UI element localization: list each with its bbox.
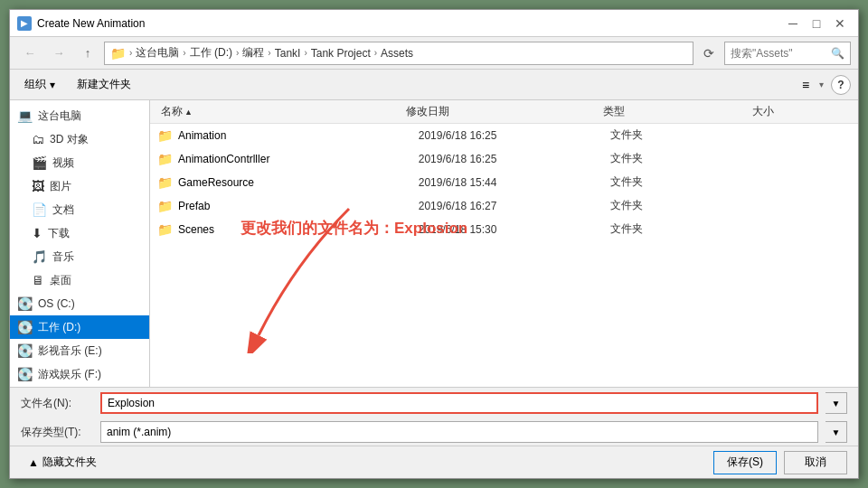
refresh-button[interactable]: ⟳ bbox=[697, 42, 721, 65]
sidebar-item-label: OS (C:) bbox=[38, 297, 75, 310]
file-type: 文件夹 bbox=[610, 151, 754, 166]
folder-icon: 📁 bbox=[157, 152, 173, 166]
sidebar-item-desktop[interactable]: 🖥 桌面 bbox=[10, 268, 149, 292]
minimize-button[interactable]: ─ bbox=[782, 14, 804, 33]
new-folder-button[interactable]: 新建文件夹 bbox=[70, 73, 138, 97]
filetype-label: 保存类型(T): bbox=[21, 425, 93, 440]
breadcrumb-part-2[interactable]: 编程 bbox=[242, 45, 264, 61]
forward-button[interactable]: → bbox=[46, 42, 71, 65]
title-bar: ▶ Create New Animation ─ □ ✕ bbox=[10, 10, 858, 37]
filename-input[interactable] bbox=[100, 392, 818, 414]
app-icon: ▶ bbox=[17, 16, 32, 31]
folder-icon: 📁 bbox=[157, 128, 173, 143]
sidebar-item-picture[interactable]: 🖼 图片 bbox=[10, 174, 149, 198]
filetype-dropdown-button[interactable]: ▼ bbox=[826, 421, 847, 443]
desktop-icon: 🖥 bbox=[32, 273, 44, 287]
file-date: 2019/6/18 15:30 bbox=[419, 223, 611, 236]
footer-actions: 保存(S) 取消 bbox=[713, 451, 847, 474]
music-icon: 🎵 bbox=[32, 249, 47, 264]
table-row[interactable]: 📁 AnimationContrlller 2019/6/18 16:25 文件… bbox=[150, 147, 858, 171]
back-button[interactable]: ← bbox=[17, 42, 42, 65]
help-button[interactable]: ? bbox=[831, 75, 851, 95]
file-list-header: 名称 ▲ 修改日期 类型 大小 bbox=[150, 100, 858, 124]
filetype-select[interactable]: anim (*.anim) bbox=[100, 421, 818, 443]
view-chevron-icon: ▾ bbox=[819, 80, 824, 89]
sidebar-item-games[interactable]: 💽 游戏娱乐 (F:) bbox=[10, 362, 149, 386]
folder-icon: 📁 bbox=[157, 175, 173, 190]
picture-icon: 🖼 bbox=[32, 179, 44, 193]
sidebar-item-download[interactable]: ⬇ 下载 bbox=[10, 221, 149, 245]
sidebar-item-label: 这台电脑 bbox=[38, 108, 81, 124]
content-area: 名称 ▲ 修改日期 类型 大小 📁 Animation 2019/6/18 16… bbox=[150, 100, 858, 387]
breadcrumb-sep-5: › bbox=[304, 48, 307, 58]
hide-folder-button[interactable]: ▲ 隐藏文件夹 bbox=[21, 451, 104, 474]
file-type: 文件夹 bbox=[610, 127, 754, 143]
search-input[interactable] bbox=[731, 47, 829, 60]
sidebar-item-label: 图片 bbox=[50, 179, 71, 194]
breadcrumb-bar[interactable]: 📁 › 这台电脑 › 工作 (D:) › 编程 › TankI › Tank P… bbox=[104, 42, 693, 65]
docs-icon: 📄 bbox=[32, 202, 47, 217]
breadcrumb-folder-icon: 📁 bbox=[110, 46, 126, 61]
folder-icon: 📁 bbox=[157, 199, 173, 213]
action-bar: 组织 ▾ 新建文件夹 ≡ ▾ ? bbox=[10, 70, 858, 100]
col-header-name[interactable]: 名称 ▲ bbox=[157, 104, 402, 119]
table-row[interactable]: 📁 Scenes 2019/6/18 15:30 文件夹 bbox=[150, 218, 858, 241]
breadcrumb-part-1[interactable]: 工作 (D:) bbox=[190, 45, 232, 61]
file-name: GameResource bbox=[178, 176, 419, 189]
sidebar-item-os[interactable]: 💽 OS (C:) bbox=[10, 292, 149, 315]
breadcrumb-part-0[interactable]: 这台电脑 bbox=[136, 45, 179, 61]
drive-f-icon: 💽 bbox=[17, 367, 33, 381]
sidebar-item-label: 音乐 bbox=[52, 249, 74, 265]
dialog-window: ▶ Create New Animation ─ □ ✕ ← → ↑ 📁 › 这… bbox=[9, 9, 859, 479]
sidebar-item-3d[interactable]: 🗂 3D 对象 bbox=[10, 127, 149, 151]
view-options: ≡ ▾ bbox=[794, 73, 824, 97]
sidebar-item-label: 文档 bbox=[52, 202, 74, 218]
view-icon-button[interactable]: ≡ bbox=[794, 73, 817, 97]
close-button[interactable]: ✕ bbox=[829, 14, 851, 33]
file-name: AnimationContrlller bbox=[178, 153, 419, 165]
organize-label: 组织 bbox=[24, 77, 46, 92]
organize-chevron-icon: ▾ bbox=[50, 79, 55, 91]
breadcrumb-part-4[interactable]: Tank Project bbox=[311, 47, 371, 60]
breadcrumb-sep-1: › bbox=[129, 48, 132, 58]
drive-c-icon: 💽 bbox=[17, 296, 33, 311]
sort-asc-icon: ▲ bbox=[184, 108, 193, 117]
breadcrumb-part-5[interactable]: Assets bbox=[381, 47, 413, 60]
table-row[interactable]: 📁 Animation 2019/6/18 16:25 文件夹 bbox=[150, 124, 858, 147]
breadcrumb-sep-4: › bbox=[268, 48, 270, 58]
sidebar-item-video[interactable]: 🎬 视频 bbox=[10, 151, 149, 174]
filetype-row: 保存类型(T): anim (*.anim) ▼ bbox=[10, 418, 858, 446]
sidebar-item-label: 影视音乐 (E:) bbox=[38, 343, 102, 359]
sidebar-item-label: 下载 bbox=[48, 226, 70, 241]
maximize-button[interactable]: □ bbox=[806, 14, 827, 33]
sidebar-item-music[interactable]: 🎵 音乐 bbox=[10, 245, 149, 268]
file-date: 2019/6/18 15:44 bbox=[419, 176, 611, 189]
sidebar-item-media[interactable]: 💽 影视音乐 (E:) bbox=[10, 339, 149, 362]
sidebar-item-docs[interactable]: 📄 文档 bbox=[10, 198, 149, 221]
cancel-button[interactable]: 取消 bbox=[784, 451, 847, 474]
file-type: 文件夹 bbox=[610, 198, 754, 213]
filename-row: 文件名(N): ▼ bbox=[10, 388, 858, 418]
file-name: Prefab bbox=[178, 200, 419, 212]
up-button[interactable]: ↑ bbox=[75, 42, 100, 65]
sidebar-item-work[interactable]: 💽 工作 (D:) bbox=[10, 315, 149, 339]
table-row[interactable]: 📁 Prefab 2019/6/18 16:27 文件夹 bbox=[150, 194, 858, 218]
search-icon: 🔍 bbox=[831, 47, 844, 60]
breadcrumb-part-3[interactable]: TankI bbox=[275, 47, 301, 60]
table-row[interactable]: 📁 GameResource 2019/6/18 15:44 文件夹 bbox=[150, 171, 858, 194]
search-bar: 🔍 bbox=[724, 42, 851, 65]
footer-row: ▲ 隐藏文件夹 保存(S) 取消 bbox=[10, 446, 858, 478]
video-icon: 🎬 bbox=[32, 155, 47, 170]
drive-d-icon: 💽 bbox=[17, 320, 33, 334]
navigation-toolbar: ← → ↑ 📁 › 这台电脑 › 工作 (D:) › 编程 › TankI › … bbox=[10, 37, 858, 70]
col-header-type[interactable]: 类型 bbox=[599, 104, 750, 119]
col-header-size[interactable]: 大小 bbox=[749, 104, 851, 119]
col-header-date[interactable]: 修改日期 bbox=[402, 104, 599, 119]
save-button[interactable]: 保存(S) bbox=[713, 451, 777, 474]
filename-dropdown-button[interactable]: ▼ bbox=[826, 392, 847, 414]
hide-folder-label: 隐藏文件夹 bbox=[42, 455, 97, 470]
file-name: Animation bbox=[178, 129, 419, 142]
sidebar-item-computer[interactable]: 💻 这台电脑 bbox=[10, 104, 149, 127]
organize-button[interactable]: 组织 ▾ bbox=[17, 73, 62, 97]
sidebar-item-label: 视频 bbox=[52, 155, 74, 171]
